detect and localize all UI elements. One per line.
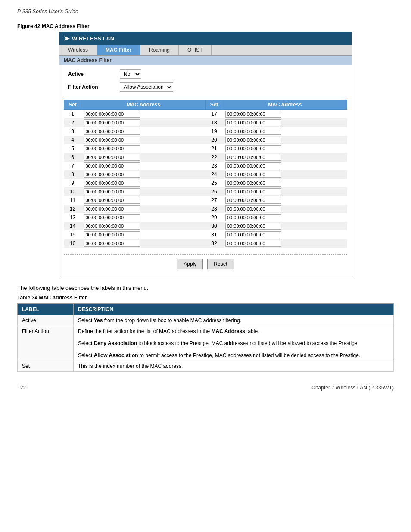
mac-field-10[interactable]	[84, 188, 140, 195]
figure-label: Figure 42 MAC Address Filter	[17, 23, 394, 29]
mac-input-1[interactable]	[81, 144, 206, 153]
mac-input-1[interactable]	[81, 213, 206, 222]
mac-field-21[interactable]	[225, 145, 281, 152]
desc-desc-filter-action: Define the filter action for the list of…	[74, 326, 394, 361]
desc-label-active: Active	[18, 315, 74, 326]
mac-input-2[interactable]	[223, 239, 347, 248]
mac-field-11[interactable]	[84, 197, 140, 204]
col-set-1: Set	[64, 100, 81, 110]
reset-button[interactable]: Reset	[207, 259, 234, 269]
mac-input-2[interactable]	[223, 170, 347, 179]
mac-input-2[interactable]	[223, 205, 347, 213]
mac-input-2[interactable]	[223, 222, 347, 230]
table-row: 16 32	[64, 239, 347, 248]
mac-field-3[interactable]	[84, 128, 140, 135]
mac-input-2[interactable]	[223, 213, 347, 222]
mac-input-1[interactable]	[81, 136, 206, 144]
router-title: WIRELESS LAN	[72, 35, 114, 42]
filter-action-select[interactable]: Allow Association Deny Association	[120, 82, 173, 92]
mac-field-2[interactable]	[84, 119, 140, 126]
mac-input-2[interactable]	[223, 230, 347, 239]
mac-field-1[interactable]	[84, 111, 140, 118]
desc-row-filter-action: Filter Action Define the filter action f…	[18, 326, 394, 361]
mac-field-7[interactable]	[84, 162, 140, 169]
mac-field-32[interactable]	[225, 240, 281, 247]
mac-input-1[interactable]	[81, 179, 206, 187]
mac-field-20[interactable]	[225, 137, 281, 143]
mac-field-29[interactable]	[225, 214, 281, 221]
mac-field-19[interactable]	[225, 128, 281, 135]
mac-input-1[interactable]	[81, 196, 206, 205]
mac-field-5[interactable]	[84, 145, 140, 152]
set-num-1: 9	[64, 179, 81, 187]
mac-field-12[interactable]	[84, 205, 140, 212]
mac-input-2[interactable]	[223, 187, 347, 196]
tab-wireless[interactable]: Wireless	[59, 45, 97, 55]
set-num-1: 5	[64, 144, 81, 153]
mac-field-8[interactable]	[84, 171, 140, 178]
mac-field-22[interactable]	[225, 154, 281, 161]
set-num-1: 14	[64, 222, 81, 230]
mac-input-2[interactable]	[223, 162, 347, 170]
set-num-2: 23	[206, 162, 223, 170]
mac-input-1[interactable]	[81, 118, 206, 127]
mac-input-1[interactable]	[81, 127, 206, 136]
mac-field-31[interactable]	[225, 231, 281, 238]
mac-input-2[interactable]	[223, 118, 347, 127]
mac-input-2[interactable]	[223, 110, 347, 119]
mac-field-25[interactable]	[225, 180, 281, 187]
apply-button[interactable]: Apply	[177, 259, 203, 269]
mac-input-2[interactable]	[223, 144, 347, 153]
tab-otist[interactable]: OTIST	[179, 45, 212, 55]
mac-input-2[interactable]	[223, 127, 347, 136]
table-row: 4 20	[64, 136, 347, 144]
desc-label-set: Set	[18, 361, 74, 372]
mac-input-1[interactable]	[81, 153, 206, 162]
mac-field-23[interactable]	[225, 162, 281, 169]
table-row: 1 17	[64, 110, 347, 119]
mac-field-13[interactable]	[84, 214, 140, 221]
table-row: 11 27	[64, 196, 347, 205]
mac-field-26[interactable]	[225, 188, 281, 195]
set-num-2: 29	[206, 213, 223, 222]
mac-field-28[interactable]	[225, 205, 281, 212]
desc-table-label: Table 34 MAC Address Filter	[17, 295, 394, 301]
mac-field-18[interactable]	[225, 119, 281, 126]
mac-input-1[interactable]	[81, 205, 206, 213]
set-num-2: 18	[206, 118, 223, 127]
button-row: Apply Reset	[64, 254, 347, 274]
mac-field-14[interactable]	[84, 223, 140, 230]
mac-input-1[interactable]	[81, 162, 206, 170]
set-num-1: 11	[64, 196, 81, 205]
col-mac-1: MAC Address	[81, 100, 206, 110]
set-num-1: 15	[64, 230, 81, 239]
mac-input-2[interactable]	[223, 179, 347, 187]
desc-text: The following table describes the labels…	[17, 285, 394, 291]
mac-field-15[interactable]	[84, 231, 140, 238]
tab-roaming[interactable]: Roaming	[140, 45, 179, 55]
mac-input-1[interactable]	[81, 239, 206, 248]
tab-mac-filter[interactable]: MAC Filter	[97, 45, 140, 55]
mac-input-1[interactable]	[81, 230, 206, 239]
mac-field-16[interactable]	[84, 240, 140, 247]
mac-field-17[interactable]	[225, 111, 281, 118]
set-num-2: 25	[206, 179, 223, 187]
mac-field-30[interactable]	[225, 223, 281, 230]
table-row: 12 28	[64, 205, 347, 213]
mac-input-2[interactable]	[223, 153, 347, 162]
table-row: 8 24	[64, 170, 347, 179]
mac-field-6[interactable]	[84, 154, 140, 161]
mac-field-4[interactable]	[84, 137, 140, 143]
mac-input-2[interactable]	[223, 136, 347, 144]
mac-input-1[interactable]	[81, 222, 206, 230]
mac-input-1[interactable]	[81, 110, 206, 119]
set-num-1: 6	[64, 153, 81, 162]
mac-field-27[interactable]	[225, 197, 281, 204]
mac-input-2[interactable]	[223, 196, 347, 205]
active-select[interactable]: No Yes	[120, 69, 141, 79]
mac-field-9[interactable]	[84, 180, 140, 187]
mac-field-24[interactable]	[225, 171, 281, 178]
mac-input-1[interactable]	[81, 170, 206, 179]
mac-input-1[interactable]	[81, 187, 206, 196]
table-row: 15 31	[64, 230, 347, 239]
